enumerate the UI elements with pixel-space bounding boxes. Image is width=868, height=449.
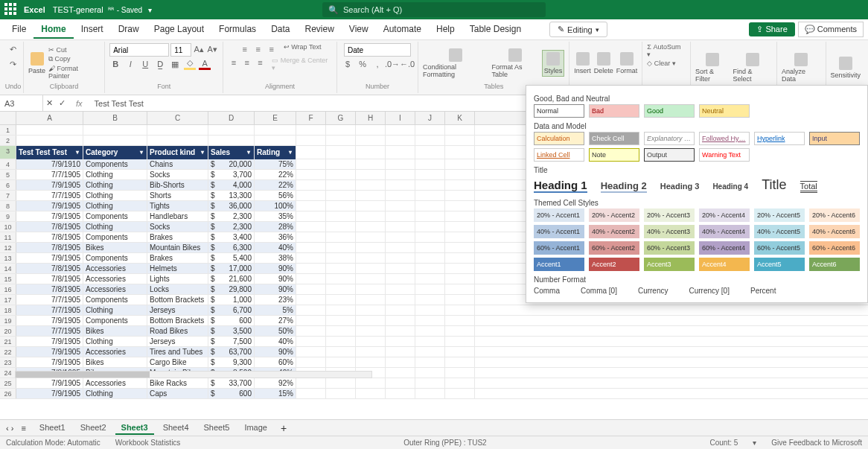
cell[interactable]: 7/9/1905 xyxy=(16,357,83,367)
cell[interactable]: 35% xyxy=(255,211,296,221)
cell[interactable]: Shorts xyxy=(147,191,208,200)
ribbon-tab-home[interactable]: Home xyxy=(33,21,73,39)
cell[interactable]: 23% xyxy=(255,295,296,305)
font-name-select[interactable] xyxy=(109,43,169,57)
style-swatch[interactable]: Linked Cell xyxy=(534,148,584,162)
cell[interactable]: $5,400 xyxy=(208,253,255,263)
align-bot-icon[interactable]: ≡ xyxy=(266,43,278,55)
cell[interactable]: 7/7/1905 xyxy=(16,191,83,200)
style-swatch[interactable]: Neutral xyxy=(699,104,750,118)
cell[interactable]: $20,000 xyxy=(208,159,255,169)
redo-icon[interactable]: ↷ xyxy=(7,58,19,70)
cell[interactable]: 22% xyxy=(255,170,296,179)
column-header[interactable]: J xyxy=(415,112,445,124)
cell[interactable]: Clothing xyxy=(83,191,147,200)
cell[interactable]: Accessories xyxy=(83,274,147,284)
wrap-text-button[interactable]: ↩ Wrap Text xyxy=(284,43,322,55)
style-swatch[interactable]: 20% - Accent2 xyxy=(589,208,639,222)
underline-button[interactable]: U xyxy=(139,58,151,70)
style-swatch[interactable]: 20% - Accent5 xyxy=(754,208,805,222)
style-number-format[interactable]: Currency [0] xyxy=(689,287,730,295)
horizontal-scrollbar[interactable] xyxy=(15,371,372,378)
cell[interactable]: Bikes xyxy=(83,326,147,336)
cell[interactable]: Tires and Tubes xyxy=(147,347,208,357)
column-header[interactable]: F xyxy=(296,112,326,124)
cell[interactable]: 7/9/1910 xyxy=(16,159,83,169)
align-right-icon[interactable]: ≡ xyxy=(255,57,267,69)
clear-button[interactable]: ◇ Clear ▾ xyxy=(647,60,676,67)
cell[interactable]: Components xyxy=(83,253,147,263)
style-number-format[interactable]: Percent xyxy=(750,287,776,295)
cell[interactable]: 7/8/1905 xyxy=(16,243,83,252)
style-heading3[interactable]: Heading 3 xyxy=(660,182,700,191)
cell[interactable]: Bottom Brackets xyxy=(147,316,208,325)
column-header[interactable]: E xyxy=(255,112,296,124)
style-swatch[interactable]: Check Cell xyxy=(589,132,639,145)
cell[interactable]: $600 xyxy=(208,316,255,325)
undo-icon[interactable]: ↶ xyxy=(7,43,19,55)
ribbon-tab-insert[interactable]: Insert xyxy=(74,21,111,39)
cell[interactable]: 40% xyxy=(255,337,296,346)
cell[interactable]: Clothing xyxy=(83,201,147,211)
cell[interactable]: 100% xyxy=(255,201,296,211)
style-swatch[interactable]: Accent3 xyxy=(644,258,695,271)
style-swatch[interactable]: Accent4 xyxy=(699,258,750,271)
cell[interactable]: 90% xyxy=(255,264,296,273)
ribbon-tab-draw[interactable]: Draw xyxy=(111,21,147,39)
conditional-formatting-button[interactable]: Conditional Formatting xyxy=(423,48,488,78)
cell[interactable]: 7/8/1905 xyxy=(16,274,83,284)
ribbon-tab-automate[interactable]: Automate xyxy=(376,21,429,39)
cell[interactable]: $3,400 xyxy=(208,232,255,242)
column-header[interactable]: B xyxy=(83,112,147,124)
add-sheet-button[interactable]: + xyxy=(281,422,287,434)
cell[interactable]: 7/9/1905 xyxy=(16,347,83,357)
cell[interactable]: 36% xyxy=(255,232,296,242)
style-swatch[interactable]: 20% - Accent4 xyxy=(699,208,750,222)
cell[interactable]: 56% xyxy=(255,191,296,200)
feedback-link[interactable]: Give Feedback to Microsoft xyxy=(771,439,862,447)
cell[interactable]: $63,700 xyxy=(208,347,255,357)
column-header[interactable]: C xyxy=(147,112,208,124)
align-mid-icon[interactable]: ≡ xyxy=(252,43,264,55)
app-launcher-icon[interactable] xyxy=(4,3,18,16)
style-swatch[interactable]: 60% - Accent1 xyxy=(534,241,584,255)
cell[interactable]: 7/8/1905 xyxy=(16,284,83,294)
cell[interactable]: 50% xyxy=(255,326,296,336)
style-swatch[interactable]: Accent6 xyxy=(809,258,860,271)
cell[interactable]: 92% xyxy=(255,378,296,388)
style-swatch[interactable]: Warning Text xyxy=(699,148,750,162)
cell[interactable]: Bike Racks xyxy=(147,378,208,388)
cell[interactable]: Socks xyxy=(147,170,208,179)
name-box[interactable]: A3 xyxy=(0,95,43,111)
double-underline-button[interactable]: D̲ xyxy=(154,58,166,70)
style-swatch[interactable]: 60% - Accent4 xyxy=(699,241,750,255)
sheet-tab[interactable]: Sheet5 xyxy=(198,421,236,435)
table-header[interactable]: Category▾ xyxy=(83,146,147,159)
cell[interactable]: 7/8/1905 xyxy=(16,222,83,232)
style-swatch[interactable]: 40% - Accent6 xyxy=(809,225,860,238)
cell[interactable]: Accessories xyxy=(83,378,147,388)
ribbon-tab-view[interactable]: View xyxy=(342,21,376,39)
style-heading4[interactable]: Heading 4 xyxy=(712,182,748,191)
sheet-tab[interactable]: Image xyxy=(238,421,273,435)
chevron-down-icon[interactable]: ▾ xyxy=(753,439,756,447)
cell[interactable]: $7,500 xyxy=(208,337,255,346)
cell[interactable]: Brakes xyxy=(147,232,208,242)
cell[interactable]: Clothing xyxy=(83,337,147,346)
cell[interactable]: 7/9/1905 xyxy=(16,389,83,398)
cell[interactable]: 90% xyxy=(255,274,296,284)
style-swatch[interactable]: Calculation xyxy=(534,132,584,145)
cell[interactable]: 7/9/1905 xyxy=(16,337,83,346)
ribbon-tab-formulas[interactable]: Formulas xyxy=(211,21,264,39)
sort-filter-button[interactable]: Sort & Filter xyxy=(695,53,730,83)
cut-button[interactable]: ✂ Cut xyxy=(48,46,100,54)
cell[interactable]: Mountain Bikes xyxy=(147,243,208,252)
cell[interactable]: 15% xyxy=(255,389,296,398)
cell[interactable]: 75% xyxy=(255,159,296,169)
cancel-icon[interactable]: ✕ xyxy=(43,98,56,108)
ribbon-tab-page-layout[interactable]: Page Layout xyxy=(147,21,211,39)
style-swatch[interactable]: 60% - Accent5 xyxy=(754,241,805,255)
cell[interactable]: Brakes xyxy=(147,253,208,263)
style-heading2[interactable]: Heading 2 xyxy=(601,180,647,193)
cell[interactable]: 7/8/1905 xyxy=(16,264,83,273)
